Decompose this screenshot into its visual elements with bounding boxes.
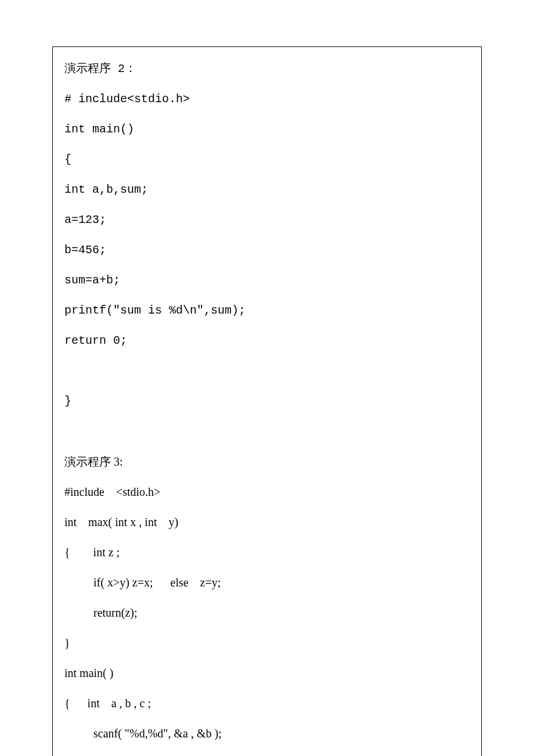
code-line: { int z ; [64, 545, 470, 560]
code-line: int a,b,sum; [64, 182, 470, 197]
code-line: 演示程序 2： [64, 62, 470, 77]
code-line: scanf( "%d,%d", &a , &b ); [64, 726, 470, 741]
code-line: a=123; [64, 213, 470, 228]
code-line: } [64, 394, 470, 409]
code-line: # include<stdio.h> [64, 92, 470, 107]
code-line: } [64, 635, 470, 650]
code-line: return 0; [64, 333, 470, 348]
code-line: { [64, 152, 470, 167]
code-line: 演示程序 3: [64, 454, 470, 469]
code-line: return(z); [64, 605, 470, 620]
code-line [64, 363, 470, 379]
code-line [64, 424, 470, 439]
code-line: int main( ) [64, 665, 470, 681]
content-box: 演示程序 2：# include<stdio.h>int main(){int … [52, 46, 482, 756]
code-line: int main() [64, 122, 470, 137]
code-line: int max( int x , int y) [64, 514, 470, 530]
code-line: printf("sum is %d\n",sum); [64, 303, 470, 318]
code-line: if( x>y) z=x; else z=y; [64, 575, 470, 590]
code-line: { int a , b , c ; [64, 696, 470, 711]
code-line: b=456; [64, 243, 470, 258]
page: 演示程序 2：# include<stdio.h>int main(){int … [0, 0, 534, 756]
code-line: #include <stdio.h> [64, 484, 470, 499]
code-line: sum=a+b; [64, 273, 470, 288]
